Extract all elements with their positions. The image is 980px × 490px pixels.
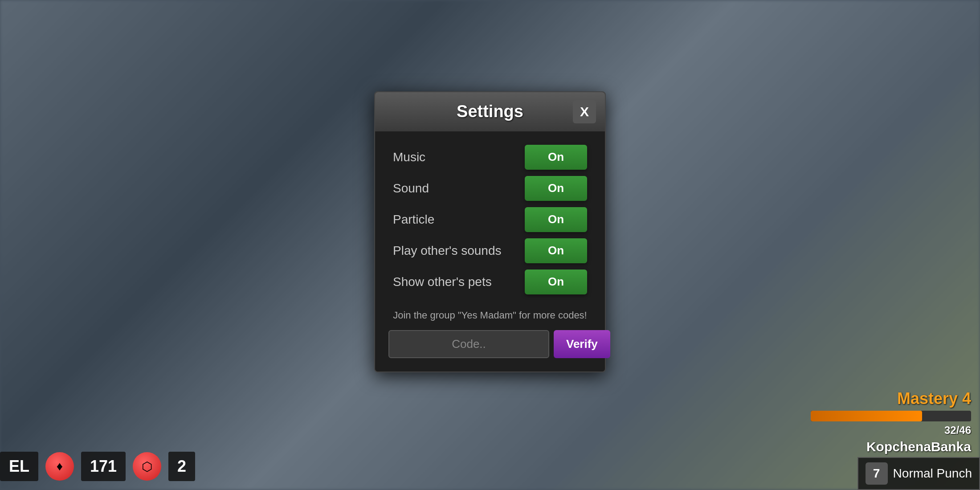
settings-rows: Music On Sound On Particle On Play other… [375,145,605,294]
settings-header: Settings X [375,92,605,131]
group-promo: Join the group "Yes Madam" for more code… [375,305,605,330]
toggle-play-sounds[interactable]: On [525,238,587,263]
toggle-sound[interactable]: On [525,176,587,201]
setting-row-music: Music On [393,145,587,170]
code-input[interactable] [388,330,549,358]
settings-dialog: Settings X Music On Sound On Particle On… [374,91,606,372]
setting-row-play-sounds: Play other's sounds On [393,238,587,263]
setting-label-particle: Particle [393,212,434,227]
toggle-music[interactable]: On [525,145,587,170]
modal-overlay: Settings X Music On Sound On Particle On… [0,0,980,490]
toggle-show-pets[interactable]: On [525,270,587,294]
settings-title: Settings [407,102,573,121]
setting-label-sound: Sound [393,181,429,196]
close-button[interactable]: X [573,100,596,123]
verify-button[interactable]: Verify [554,330,610,358]
setting-label-show-pets: Show other's pets [393,275,492,289]
setting-label-music: Music [393,150,425,164]
setting-row-show-pets: Show other's pets On [393,270,587,294]
setting-label-play-sounds: Play other's sounds [393,244,501,258]
toggle-particle[interactable]: On [525,207,587,232]
setting-row-sound: Sound On [393,176,587,201]
code-row: Verify [375,330,605,358]
setting-row-particle: Particle On [393,207,587,232]
